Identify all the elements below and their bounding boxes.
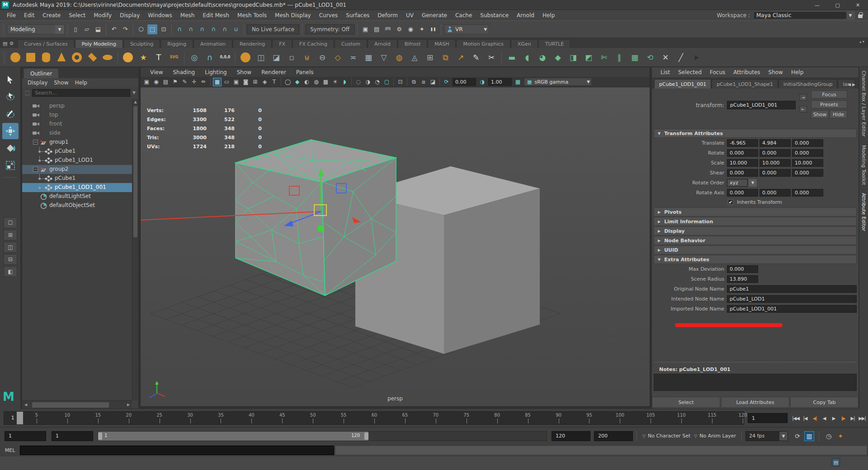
outliner-menu-show[interactable]: Show (52, 80, 73, 86)
shelf-tab-arnold[interactable]: Arnold (368, 39, 397, 48)
menu-windows[interactable]: Windows (144, 12, 176, 19)
menu-select[interactable]: Select (65, 12, 90, 19)
drag-handle[interactable] (3, 51, 6, 64)
attr-field-x[interactable]: 0.000 (727, 169, 758, 177)
cached-playback-icon[interactable]: ◷ (824, 431, 834, 441)
play-backwards-button[interactable]: ◀ (820, 413, 829, 423)
playback-end-field[interactable]: 120 (552, 431, 590, 441)
workspace-lock-icon[interactable] (858, 14, 863, 18)
safe-title-icon[interactable]: T (270, 78, 278, 86)
redo-icon[interactable]: ↷ (120, 24, 130, 34)
layout-two-side[interactable]: ◫ (4, 242, 17, 253)
uv-sew-icon[interactable]: ∥ (612, 50, 627, 65)
triangulate-icon[interactable]: ◬ (407, 50, 422, 65)
shelf-tab-bifrost[interactable]: Bifrost (398, 39, 428, 48)
symmetry-field[interactable]: Symmetry: Off (305, 24, 354, 34)
lock-camera-icon[interactable]: ◉ (152, 78, 160, 86)
menu-edit-mesh[interactable]: Edit Mesh (198, 12, 233, 19)
delete-uv-icon[interactable]: ✕ (658, 50, 673, 65)
loop-playback-icon[interactable]: ⟳ (793, 431, 802, 441)
section-node-behavior[interactable]: ▶Node Behavior (654, 236, 857, 245)
menu-curves[interactable]: Curves (315, 12, 342, 19)
outliner-tab[interactable]: Outliner (24, 69, 58, 78)
copy-layer-icon[interactable]: ⧈ (419, 78, 428, 86)
quadrangulate-icon[interactable]: ⊞ (423, 50, 437, 65)
shelf-tab-xgen[interactable]: XGen (511, 39, 538, 48)
step-back-key-button[interactable]: ◀| (810, 413, 819, 423)
select-camera-icon[interactable]: ▣ (142, 78, 151, 86)
textured-lighting-icon[interactable]: ◗ (340, 78, 349, 86)
dock-tab-attribute-editor[interactable]: Attribute Editor (861, 193, 867, 231)
shelf-tab-turtle[interactable]: TURTLE (538, 39, 571, 48)
attr-field-z[interactable]: 0.000 (792, 169, 823, 177)
attr-field-z[interactable]: 0.000 (792, 139, 823, 147)
shaded-mode-icon[interactable]: ◆ (293, 78, 302, 86)
notes-textarea[interactable] (654, 374, 857, 391)
poly-sphere-icon[interactable] (8, 50, 23, 65)
viewport-menu-panels[interactable]: Panels (291, 69, 319, 75)
range-slider-track[interactable]: 1 120 (98, 431, 547, 441)
select-hierarchy-icon[interactable]: ⬡ (136, 24, 146, 34)
exposure-icon[interactable]: ⟳ (442, 78, 451, 86)
dock-tab-modeling-toolkit[interactable]: Modeling Toolkit (861, 145, 867, 185)
outliner-item-top[interactable]: top (22, 111, 132, 120)
section-limit-information[interactable]: ▶Limit Information (654, 217, 857, 226)
select-component-icon[interactable]: ⊡ (159, 24, 169, 34)
outliner-item-persp[interactable]: persp (22, 102, 132, 111)
ae-menu-help[interactable]: Help (787, 69, 807, 75)
layout-outliner-persp[interactable]: ◧ (4, 266, 17, 277)
film-gate-icon[interactable]: ▭ (222, 78, 231, 86)
menu-edit[interactable]: Edit (20, 12, 38, 19)
menu-cache[interactable]: Cache (451, 12, 476, 19)
shelf-tab-rendering[interactable]: Rendering (233, 39, 272, 48)
poly-cube-icon[interactable] (24, 50, 38, 65)
snap-keys-icon[interactable]: ▥ (804, 431, 814, 441)
gamma-field[interactable]: 1.00 (488, 78, 512, 86)
boolean-union-icon[interactable]: ⊎ (300, 50, 314, 65)
pointer-cursor-icon[interactable]: ➤ (689, 50, 703, 65)
shelf-tab-curves-surfaces[interactable]: Curves / Surfaces (17, 39, 75, 48)
viewport-menu-show[interactable]: Show (232, 69, 256, 75)
uv-orient-icon[interactable]: ⟲ (643, 50, 657, 65)
character-set-select[interactable]: ▽No Character Set (641, 431, 692, 441)
load-attributes-button[interactable]: Load Attributes (721, 397, 789, 408)
outliner-menu-display[interactable]: Display (26, 80, 52, 86)
smooth-mesh-icon[interactable]: ◍ (392, 50, 406, 65)
snapshot-icon[interactable]: ◪ (429, 78, 437, 86)
shelf-tab-motion-graphics[interactable]: Motion Graphics (456, 39, 510, 48)
attr-field-y[interactable]: 0.000 (760, 189, 791, 197)
colorspace-select[interactable]: ▦sRGB gamma▼ (524, 78, 592, 86)
light-editor-icon[interactable]: ✦ (417, 24, 427, 34)
move-tool[interactable] (2, 123, 19, 139)
duplicate-layer-icon[interactable]: ⧉ (410, 78, 418, 86)
bridge-icon[interactable]: ≍ (346, 50, 360, 65)
attr-field[interactable]: pCube1 (727, 285, 857, 293)
shelf-tab-animation[interactable]: Animation (193, 39, 232, 48)
reduce-icon[interactable]: ▽ (377, 50, 391, 65)
outliner-vertical-scrollbar[interactable]: ▲ (132, 99, 138, 400)
attr-field-x[interactable]: -6.965 (727, 139, 758, 147)
attr-field[interactable]: 0.000 (727, 265, 758, 273)
mel-input[interactable] (20, 446, 334, 455)
uv-spherical-map-icon[interactable]: ◕ (535, 50, 550, 65)
outliner-item-pcube1[interactable]: pCube1 (22, 147, 132, 156)
go-to-end-button[interactable]: ▶▶| (858, 413, 867, 423)
snap-curve-icon[interactable]: ∩ (186, 24, 196, 34)
multi-cut-icon[interactable]: ✂ (484, 50, 499, 65)
range-end-handle[interactable] (364, 432, 368, 440)
shelf-tab-fx-caching[interactable]: FX Caching (292, 39, 334, 48)
viewport-menu-view[interactable]: View (145, 69, 168, 75)
outliner-horizontal-scrollbar[interactable]: ◀ ▶ (22, 400, 132, 409)
selected-wireframe-cube-mesh[interactable] (236, 140, 396, 296)
menu-modify[interactable]: Modify (90, 12, 116, 19)
pin-tab-icon[interactable]: ⇥ (799, 94, 807, 101)
ae-menu-selected[interactable]: Selected (674, 69, 706, 75)
mirror-icon[interactable]: ⧉ (438, 50, 453, 65)
scroll-right-icon[interactable]: ▶ (125, 403, 132, 407)
quad-draw-icon[interactable]: ✎ (469, 50, 483, 65)
outliner-item-pcube1-lod1-001[interactable]: pCube1_LOD1_001 (22, 183, 132, 192)
bevel-icon[interactable]: ◇ (330, 50, 345, 65)
menu-mesh[interactable]: Mesh (176, 12, 199, 19)
bookmark-icon[interactable]: ⚑ (171, 78, 179, 86)
exposure-field[interactable]: 0.00 (453, 78, 476, 86)
